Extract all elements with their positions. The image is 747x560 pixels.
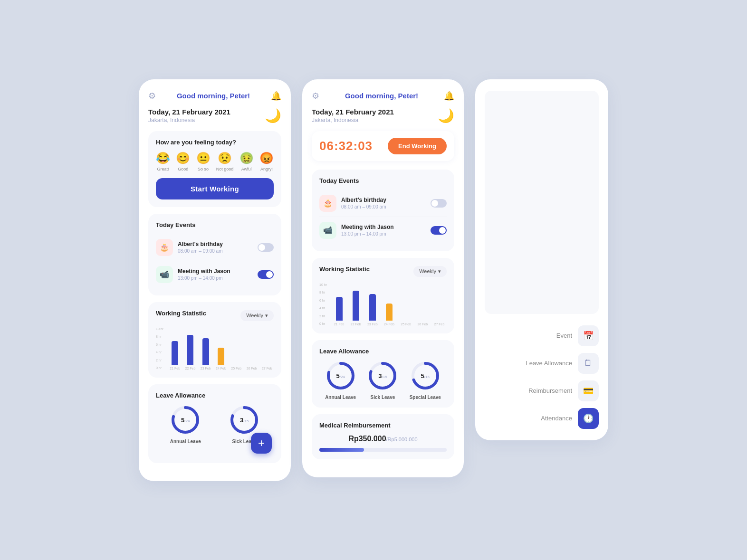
mood-label: Angry! — [260, 167, 273, 171]
mood-emoji: 😐 — [196, 152, 211, 165]
bar-label: 23 Feb — [201, 367, 211, 370]
event-toggle[interactable] — [431, 199, 447, 208]
bar-label: 22 Feb — [185, 367, 196, 370]
bar-col: 24 Feb — [382, 283, 396, 326]
bar — [353, 291, 359, 321]
middle-reimb-section: Medical Reimbursement Rp350.000/Rp5.000.… — [312, 414, 454, 459]
left-stat-header: Working Statistic Weekly ▾ — [156, 310, 274, 322]
right-nav-icon[interactable]: 🕐 — [578, 408, 599, 429]
mood-item[interactable]: 🤢 Awful — [239, 152, 254, 171]
event-item: 📹 Meeting with Jason 13:00 pm – 14:00 pm — [319, 217, 447, 244]
mood-item[interactable]: 😐 So so — [196, 152, 211, 171]
left-leave-title: Leave Allowance — [156, 392, 274, 399]
leave-circle-wrap: 5/24 — [326, 361, 356, 391]
middle-gear-icon[interactable]: ⚙ — [312, 91, 319, 101]
bar-label: 26 Feb — [247, 367, 257, 370]
bell-icon[interactable]: 🔔 — [271, 91, 281, 101]
right-nav-item[interactable]: Event 📅 — [485, 325, 599, 346]
event-item: 🎂 Albert's birthday 08:00 am – 09:00 am — [156, 234, 274, 261]
middle-location-text: Jakarta, Indonesia — [312, 117, 394, 123]
bar-label: 21 Feb — [170, 367, 180, 370]
mood-item[interactable]: 😡 Angry! — [259, 152, 274, 171]
left-event-list: 🎂 Albert's birthday 08:00 am – 09:00 am … — [156, 234, 274, 288]
middle-phone-card: ⚙ Good morning, Peter! 🔔 Today, 21 Febru… — [302, 79, 464, 477]
bar-col: 24 Feb — [214, 327, 228, 370]
mood-label: Great! — [157, 167, 169, 171]
mood-title: How are you feeling today? — [156, 139, 274, 146]
bar-label: 24 Feb — [384, 323, 394, 326]
right-nav-icon[interactable]: 🗒 — [578, 353, 599, 374]
mood-label: Not good — [216, 167, 234, 171]
right-phone-card: Event 📅 Leave Allowance 🗒 Reimbursement … — [475, 79, 608, 440]
reimb-amount: Rp350.000/Rp5.000.000 — [319, 435, 447, 443]
left-weekly-btn[interactable]: Weekly ▾ — [240, 310, 274, 321]
mood-item[interactable]: 😂 Great! — [156, 152, 170, 171]
mood-item[interactable]: 😟 Not good — [216, 152, 234, 171]
bar-col: 21 Feb — [332, 283, 346, 326]
right-nav-icon[interactable]: 💳 — [578, 380, 599, 401]
bar-col: 27 Feb — [432, 283, 447, 326]
middle-bar-chart: 10 hr8 hr6 hr4 hr2 hr0 hr21 Feb22 Feb23 … — [319, 283, 447, 326]
mood-item[interactable]: 😊 Good — [176, 152, 190, 171]
event-item: 🎂 Albert's birthday 08:00 am – 09:00 am — [319, 190, 447, 217]
timer-row: 06:32:03 End Working — [312, 131, 454, 161]
event-time: 13:00 pm – 14:00 pm — [178, 275, 253, 281]
left-events-section: Today Events 🎂 Albert's birthday 08:00 a… — [148, 214, 281, 295]
bar-label: 24 Feb — [216, 367, 226, 370]
event-item: 📹 Meeting with Jason 13:00 pm – 14:00 pm — [156, 261, 274, 288]
leave-circle-wrap: 5/16 — [410, 361, 441, 391]
middle-leave-circles: 5/24 Annual Leave 3/15 Sick Leave — [319, 361, 447, 400]
middle-header: ⚙ Good morning, Peter! 🔔 — [312, 91, 454, 101]
middle-event-list: 🎂 Albert's birthday 08:00 am – 09:00 am … — [319, 190, 447, 244]
middle-bell-icon[interactable]: 🔔 — [444, 91, 454, 101]
reimb-progress-bar-fill — [319, 448, 364, 452]
bar-label: 27 Feb — [434, 323, 445, 326]
bar-col: 22 Feb — [348, 283, 363, 326]
bar-col: 23 Feb — [199, 327, 212, 370]
mood-emoji: 🤢 — [239, 152, 254, 165]
left-phone-card: ⚙ Good morning, Peter! 🔔 Today, 21 Febru… — [139, 79, 291, 481]
add-button[interactable]: + — [251, 433, 272, 454]
bar-label: 23 Feb — [367, 323, 378, 326]
leave-type: Special Leave — [410, 395, 441, 400]
middle-weather-icon: 🌙 — [438, 108, 454, 123]
leave-item: 5/16 Special Leave — [410, 361, 441, 400]
event-toggle[interactable] — [258, 243, 274, 252]
left-stat-title: Working Statistic — [156, 310, 206, 317]
event-time: 08:00 am – 09:00 am — [341, 204, 426, 209]
event-toggle[interactable] — [431, 226, 447, 235]
event-info: Meeting with Jason 13:00 pm – 14:00 pm — [341, 224, 426, 237]
event-name: Meeting with Jason — [341, 224, 426, 230]
end-working-button[interactable]: End Working — [388, 138, 447, 154]
right-blur-area — [485, 91, 599, 314]
left-stat-section: Working Statistic Weekly ▾ 10 hr8 hr6 hr… — [148, 302, 281, 378]
right-nav-item[interactable]: Leave Allowance 🗒 — [485, 353, 599, 374]
leave-item: 5/24 Annual Leave — [325, 361, 356, 400]
mood-emoji: 😡 — [259, 152, 274, 165]
bar-col: 25 Feb — [230, 327, 243, 370]
right-nav-icon[interactable]: 📅 — [578, 325, 599, 346]
start-working-button[interactable]: Start Working — [156, 178, 274, 199]
right-nav-item[interactable]: Attendance 🕐 — [485, 408, 599, 429]
bar-col: 27 Feb — [260, 327, 274, 370]
event-time: 08:00 am – 09:00 am — [178, 248, 253, 254]
bar-col: 26 Feb — [415, 283, 430, 326]
gear-icon[interactable]: ⚙ — [148, 91, 156, 101]
right-nav-item[interactable]: Reimbursement 💳 — [485, 380, 599, 401]
middle-date-row: Today, 21 February 2021 Jakarta, Indones… — [312, 108, 454, 123]
event-icon: 📹 — [319, 222, 336, 239]
event-name: Albert's birthday — [178, 241, 253, 247]
right-nav-label: Reimbursement — [528, 387, 572, 394]
event-time: 13:00 pm – 14:00 pm — [341, 231, 426, 237]
bar — [187, 335, 193, 365]
right-nav-label: Leave Allowance — [526, 360, 572, 367]
leave-circle-wrap: 5/24 — [170, 405, 201, 435]
leave-type: Sick Leave — [371, 395, 395, 400]
leave-circle-wrap: 3/15 — [367, 361, 398, 391]
right-nav-label: Attendance — [541, 415, 572, 422]
left-date-row: Today, 21 February 2021 Jakarta, Indones… — [148, 108, 281, 123]
leave-circle-wrap: 3/15 — [229, 405, 259, 435]
bar-col: 26 Feb — [245, 327, 258, 370]
event-toggle[interactable] — [258, 270, 274, 279]
middle-weekly-btn[interactable]: Weekly ▾ — [413, 266, 447, 277]
